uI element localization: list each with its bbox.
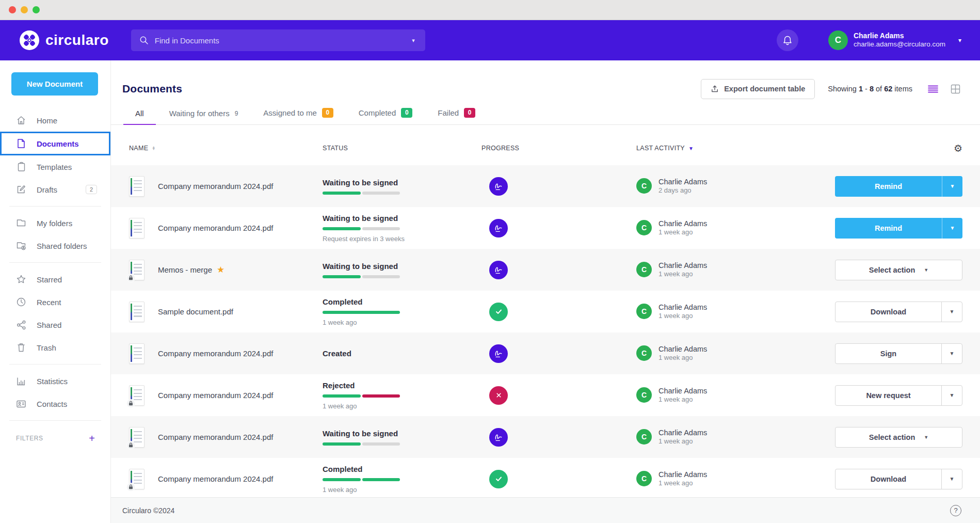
table-settings-button[interactable]: ⚙	[954, 142, 962, 154]
global-search[interactable]: ▾	[131, 29, 425, 51]
row-action-button[interactable]: Sign ▼	[835, 343, 962, 364]
document-name[interactable]: Company memorandum 2024.pdf	[158, 474, 273, 483]
table-row[interactable]: Company memorandum 2024.pdf ★ Completed …	[111, 458, 980, 500]
sidebar-item-statistics[interactable]: Statistics	[0, 370, 110, 392]
sidebar-item-drafts[interactable]: Drafts 2	[0, 178, 110, 201]
column-header-progress[interactable]: PROGRESS	[481, 145, 636, 152]
progress-status-icon	[489, 344, 508, 363]
row-user-name: Charlie Adams	[658, 303, 707, 312]
sidebar-item-recent[interactable]: Recent	[0, 291, 110, 313]
tab-assigned-to-me[interactable]: Assigned to me 0	[263, 108, 333, 124]
row-action-caret-icon[interactable]: ▼	[942, 218, 962, 239]
search-input[interactable]	[155, 36, 404, 45]
sidebar-item-label: Home	[37, 116, 57, 125]
table-row[interactable]: Company memorandum 2024.pdf ★ Created C …	[111, 332, 980, 374]
notifications-button[interactable]	[777, 29, 798, 51]
search-scope-caret-icon[interactable]: ▾	[410, 35, 417, 46]
export-button-label: Export document table	[724, 85, 805, 93]
progress-status-icon	[489, 177, 508, 196]
document-thumbnail	[129, 427, 144, 448]
help-button[interactable]: ?	[950, 505, 961, 516]
row-action-button[interactable]: Download ▼	[835, 469, 962, 489]
user-menu[interactable]: C Charlie Adams charlie.adams@circularo.…	[828, 30, 961, 50]
folder-icon	[16, 218, 26, 228]
brand-logo[interactable]: circularo	[19, 30, 109, 51]
tab-failed[interactable]: Failed 0	[438, 108, 475, 124]
document-name[interactable]: Sample document.pdf	[158, 307, 233, 316]
status-text: Created	[323, 349, 481, 358]
progress-status-icon	[489, 386, 508, 405]
table-row[interactable]: Company memorandum 2024.pdf ★ Waiting to…	[111, 207, 980, 249]
row-action-caret-icon[interactable]: ▼	[924, 260, 928, 280]
document-table-body: Company memorandum 2024.pdf ★ Waiting to…	[111, 165, 980, 500]
row-action-button[interactable]: Remind ▼	[835, 218, 962, 239]
sidebar-item-documents[interactable]: Documents	[0, 132, 110, 155]
list-view-icon	[928, 85, 938, 93]
list-view-button[interactable]	[927, 84, 939, 94]
column-header-name[interactable]: NAME ▲▼	[129, 145, 323, 152]
document-thumbnail-cell	[129, 343, 158, 364]
tab-label: Assigned to me	[263, 108, 316, 117]
row-action-button[interactable]: Download ▼	[835, 302, 962, 322]
add-filter-button[interactable]: +	[89, 433, 95, 443]
table-row[interactable]: Company memorandum 2024.pdf ★ Waiting to…	[111, 165, 980, 207]
table-row[interactable]: Company memorandum 2024.pdf ★ Waiting to…	[111, 416, 980, 458]
row-action-label: Download	[871, 308, 906, 316]
row-avatar: C	[636, 429, 652, 445]
document-name[interactable]: Company memorandum 2024.pdf	[158, 391, 273, 400]
document-name[interactable]: Company memorandum 2024.pdf	[158, 224, 273, 232]
home-icon	[16, 115, 26, 125]
column-header-status[interactable]: STATUS	[323, 145, 481, 152]
sidebar-item-label: Recent	[37, 298, 61, 307]
table-row[interactable]: Sample document.pdf ★ Completed 1 week a…	[111, 291, 980, 332]
row-action-caret-icon[interactable]: ▼	[924, 427, 928, 447]
row-avatar: C	[636, 345, 652, 361]
document-name[interactable]: Company memorandum 2024.pdf	[158, 433, 273, 441]
tab-completed[interactable]: Completed 0	[359, 108, 413, 124]
row-action-caret-icon[interactable]: ▼	[941, 469, 962, 489]
sidebar-item-label: Shared	[37, 321, 61, 329]
row-action-label: New request	[866, 391, 910, 400]
sidebar-item-home[interactable]: Home	[0, 109, 110, 132]
row-action-button[interactable]: Remind ▼	[835, 176, 962, 197]
sidebar-item-shared[interactable]: Shared	[0, 313, 110, 336]
row-action-caret-icon[interactable]: ▼	[941, 302, 962, 322]
sidebar-item-shared-folders[interactable]: Shared folders	[0, 234, 110, 257]
progress-bar	[323, 478, 400, 481]
minimize-window-button[interactable]	[21, 6, 28, 13]
close-window-button[interactable]	[9, 6, 16, 13]
sidebar-item-my-folders[interactable]: My folders	[0, 212, 110, 234]
row-action-button[interactable]: Select action ▼	[835, 260, 962, 280]
titlebar	[0, 0, 980, 20]
sidebar-item-label: Trash	[37, 343, 56, 352]
row-action-caret-icon[interactable]: ▼	[941, 344, 962, 363]
sidebar-item-templates[interactable]: Templates	[0, 155, 110, 178]
row-action-button[interactable]: Select action ▼	[835, 427, 962, 448]
new-document-button[interactable]: New Document	[11, 72, 98, 96]
row-action-caret-icon[interactable]: ▼	[942, 176, 962, 197]
footer: Circularo ©2024 ?	[111, 497, 980, 523]
grid-view-button[interactable]	[950, 83, 961, 95]
row-avatar: C	[636, 387, 652, 403]
sidebar-item-contacts[interactable]: Contacts	[0, 392, 110, 415]
document-name[interactable]: Company memorandum 2024.pdf	[158, 182, 273, 191]
status-note: 1 week ago	[323, 319, 481, 326]
document-thumbnail	[129, 176, 144, 197]
document-thumbnail	[129, 260, 144, 280]
table-row[interactable]: Memos - merge ★ Waiting to be signed C C…	[111, 249, 980, 291]
sidebar-item-starred[interactable]: Starred	[0, 268, 110, 291]
sidebar-item-trash[interactable]: Trash	[0, 336, 110, 359]
zoom-window-button[interactable]	[33, 6, 40, 13]
star-icon[interactable]: ★	[217, 265, 224, 274]
export-table-button[interactable]: Export document table	[701, 79, 815, 99]
tab-all[interactable]: All	[135, 109, 144, 124]
row-action-caret-icon[interactable]: ▼	[941, 386, 962, 405]
column-header-last-activity[interactable]: LAST ACTIVITY ▼	[636, 145, 835, 152]
progress-status-icon	[489, 219, 508, 237]
progress-status-icon	[489, 470, 508, 488]
row-action-button[interactable]: New request ▼	[835, 385, 962, 406]
document-name[interactable]: Company memorandum 2024.pdf	[158, 349, 273, 358]
table-row[interactable]: Company memorandum 2024.pdf ★ Rejected 1…	[111, 374, 980, 416]
document-name[interactable]: Memos - merge	[158, 265, 212, 274]
tab-waiting-for-others[interactable]: Waiting for others 9	[169, 109, 238, 124]
